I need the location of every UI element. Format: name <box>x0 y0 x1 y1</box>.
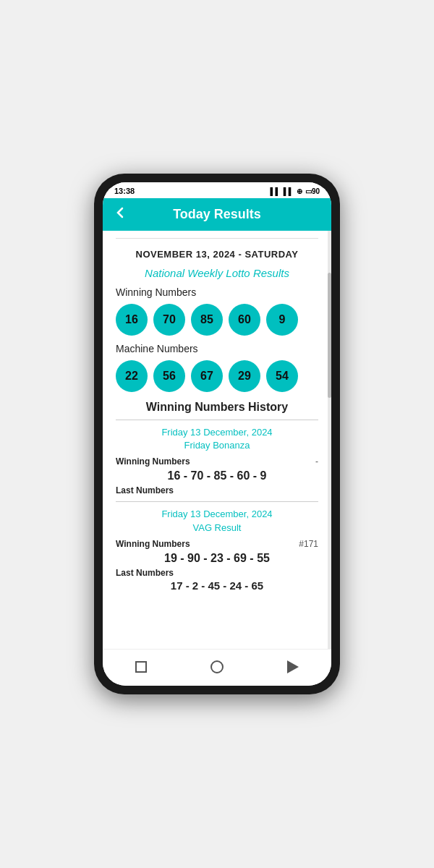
square-icon <box>135 661 147 673</box>
winning-row-2: Winning Numbers #171 <box>116 539 318 549</box>
machine-ball-2: 56 <box>153 360 185 392</box>
last-numbers-label-2: Last Numbers <box>116 568 318 578</box>
last-numbers-label-1: Last Numbers <box>116 485 318 495</box>
content-area: NOVEMBER 13, 2024 - SATURDAY National We… <box>103 231 331 649</box>
winning-numbers-text-2: 19 - 90 - 23 - 69 - 55 <box>116 552 318 565</box>
triangle-icon <box>287 660 299 673</box>
winning-row-1: Winning Numbers - <box>116 456 318 467</box>
scrollbar-track <box>328 231 331 649</box>
header-bar: Today Results <box>103 198 331 231</box>
back-button[interactable] <box>113 205 127 224</box>
nav-back-button[interactable] <box>283 657 303 677</box>
winning-numbers-label: Winning Numbers <box>116 286 318 298</box>
machine-numbers-label: Machine Numbers <box>116 343 318 354</box>
status-icons: ▌▌ ▌▌ ⊕ ▭90 <box>271 187 320 195</box>
lottery-title: National Weekly Lotto Results <box>116 267 318 279</box>
winning-balls-row: 16 70 85 60 9 <box>116 304 318 336</box>
nav-square-button[interactable] <box>131 657 151 677</box>
machine-ball-3: 67 <box>191 360 223 392</box>
history-date-2: Friday 13 December, 2024 VAG Result <box>116 508 318 534</box>
nav-bar <box>103 649 331 686</box>
history-block-1: Friday 13 December, 2024 Friday Bonanza … <box>116 420 318 495</box>
winning-label-1: Winning Numbers <box>116 456 190 467</box>
status-bar: 13:38 ▌▌ ▌▌ ⊕ ▭90 <box>103 182 331 198</box>
nav-home-button[interactable] <box>207 657 227 677</box>
winning-ball-3: 85 <box>191 304 223 336</box>
winning-ball-2: 70 <box>153 304 185 336</box>
winning-badge-1: - <box>315 456 318 467</box>
machine-ball-4: 29 <box>229 360 260 392</box>
machine-balls-row: 22 56 67 29 54 <box>116 360 318 392</box>
wifi-icon: ⊕ <box>297 187 302 195</box>
history-date-1: Friday 13 December, 2024 Friday Bonanza <box>116 426 318 452</box>
status-time: 13:38 <box>114 187 135 195</box>
top-divider <box>116 238 318 239</box>
history-title: Winning Numbers History <box>116 401 318 414</box>
date-label: NOVEMBER 13, 2024 - SATURDAY <box>116 249 318 260</box>
winning-ball-4: 60 <box>229 304 260 336</box>
winning-badge-2: #171 <box>299 539 318 549</box>
phone-frame: 13:38 ▌▌ ▌▌ ⊕ ▭90 Today Results NO <box>94 174 340 694</box>
signal-icon2: ▌▌ <box>284 187 294 195</box>
winning-label-2: Winning Numbers <box>116 539 190 549</box>
history-block-2: Friday 13 December, 2024 VAG Result Winn… <box>116 501 318 591</box>
phone-screen: 13:38 ▌▌ ▌▌ ⊕ ▭90 Today Results NO <box>103 182 331 686</box>
header-title: Today Results <box>103 207 331 222</box>
winning-ball-5: 9 <box>266 304 298 336</box>
signal-icon: ▌▌ <box>271 187 281 195</box>
winning-numbers-text-1: 16 - 70 - 85 - 60 - 9 <box>116 469 318 482</box>
circle-icon <box>210 660 224 673</box>
machine-ball-1: 22 <box>116 360 148 392</box>
winning-ball-1: 16 <box>116 304 148 336</box>
scrollbar-thumb[interactable] <box>328 273 331 398</box>
machine-ball-5: 54 <box>266 360 298 392</box>
last-numbers-text-2: 17 - 2 - 45 - 24 - 65 <box>116 579 318 592</box>
battery-icon: ▭90 <box>305 187 320 195</box>
